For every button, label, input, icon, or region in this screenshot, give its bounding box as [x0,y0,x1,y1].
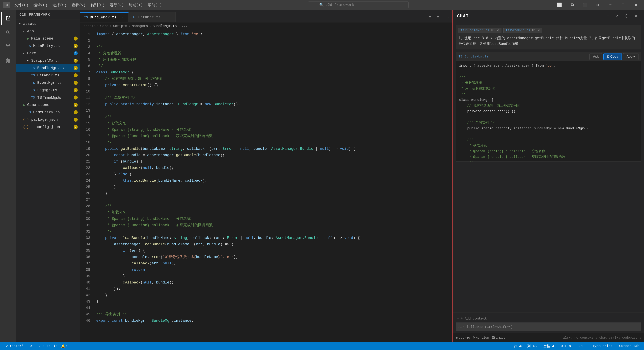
followup-input[interactable]: Ask followup (Ctrl+Shift+Y) [456,323,641,331]
chat-context-text: 1、使用 ccc 3.8.x 内置的 assetManager.getBundl… [458,35,638,46]
nav-back-icon[interactable]: ← [312,3,314,7]
add-context-btn[interactable]: + + Add context [456,315,641,323]
indentation-status[interactable]: 空格 4 [542,342,556,350]
sync-status[interactable]: ⟳ [28,342,34,350]
file-type-label-2: File [532,28,540,32]
cursor-tab-status[interactable]: Cursor Tab [618,342,641,350]
explorer-icon[interactable] [1,12,15,25]
breadcrumb-scripts[interactable]: Scripts [113,24,127,28]
maximize-icon[interactable]: □ [618,2,628,8]
sidebar-item-gameentry[interactable]: TS GameEntry.ts U [16,109,80,116]
image-btn[interactable]: 🖼 Image [492,336,506,340]
chat-header-actions: + ↺ ⬡ ✕ [604,12,640,20]
chat-close-btn[interactable]: ✕ [632,12,640,20]
scene-file-icon: ◈ [23,103,25,107]
chat-file-bundlemgr[interactable]: TS BundleMgr.ts File [458,28,502,33]
warning-count: 0 [49,344,51,348]
extensions-icon[interactable] [1,54,15,67]
encoding-label: UTF-8 [561,344,571,348]
sidebar-item-app[interactable]: ▾ App [16,27,80,35]
menu-file[interactable]: 文件(F) [14,2,28,7]
sidebar-item-timemgr[interactable]: TS TS TimeMgr.ts U [16,94,80,101]
sidebar-item-gamescene[interactable]: ◈ Game.scene U [16,101,80,109]
tab-bundlemgr[interactable]: TS BundleMgr.ts ✕ [80,12,129,22]
chat-new-btn[interactable]: + [604,12,612,20]
menu-help[interactable]: 帮助(H) [148,2,162,7]
panel-icon[interactable]: ⬛ [580,2,590,8]
git-icon[interactable] [1,40,15,53]
chat-context-files: TS BundleMgr.ts File TS DataMgr.ts File [458,28,638,33]
menu-select[interactable]: 选择(S) [52,2,66,7]
sidebar-item-package[interactable]: { } package.json U [16,116,80,123]
mention-btn[interactable]: @ Mention [473,336,489,340]
menu-terminal[interactable]: 终端(T) [129,2,143,7]
ts-file-icon: TS [31,73,35,77]
sidebar-item-eventmgr[interactable]: TS EventMgr.ts U [16,79,80,86]
tab-bundlemgr-close[interactable]: ✕ [120,15,124,20]
chat-popout-btn[interactable]: ⬡ [622,12,630,20]
nav-forward-icon[interactable]: → [316,3,318,7]
sidebar-item-mainscene[interactable]: ◈ Main.scene U [16,35,80,42]
encoding-status[interactable]: UTF-8 [560,342,572,350]
language-status[interactable]: TypeScript [591,342,614,350]
search-box[interactable]: ← → 🔍 c2d_framework [308,1,408,8]
ts-file-icon: TS [31,88,35,92]
menu-view[interactable]: 查看(V) [72,2,86,7]
breadcrumb-sep3: › [128,24,130,28]
tab-datamgr[interactable]: TS DataMgr.ts [129,12,176,22]
sidebar-item-mainentry[interactable]: TS MainEntry.ts U [16,42,80,50]
model-selector[interactable]: ◉ gpt-4o [456,336,470,340]
ts-icon: TS [461,29,464,32]
copy-button[interactable]: ⧉ Copy [604,53,622,60]
minimize-icon[interactable]: − [606,2,615,8]
datamgr-label: DataMgr.ts [37,73,59,78]
at-icon: @ [473,336,474,340]
eol-status[interactable]: CRLF [576,342,587,350]
sidebar-item-datamgr[interactable]: TS DataMgr.ts U [16,72,80,79]
more-actions-btn[interactable]: ··· [442,13,450,21]
window-icon: ⊞ [3,2,10,8]
branch-status[interactable]: ⎇ master* [3,342,25,350]
sidebar-item-logmgr[interactable]: TS LogMgr.ts U [16,86,80,94]
editor-layout-btn[interactable]: ⊞ [434,13,442,21]
menu-edit[interactable]: 编辑(E) [34,2,48,7]
split-icon[interactable]: ⧉ [568,2,577,8]
ts-file-icon: TS [31,66,35,70]
breadcrumb-core[interactable]: Core [100,24,108,28]
code-content[interactable]: import { assetManager, AssetManager } fr… [94,30,452,342]
titlebar: ⊞ 文件(F) 编辑(E) 选择(S) 查看(V) 转到(G) 运行(R) 终端… [0,0,644,10]
sidebar-item-scripts[interactable]: ▾ Scripts\Man... 5 [16,57,80,64]
ask-button[interactable]: Ask [590,53,602,60]
apply-button[interactable]: Apply [623,53,638,60]
chat-history-btn[interactable]: ↺ [613,12,621,20]
breadcrumb-sep5: › [178,24,180,28]
settings-icon[interactable]: ⚙ [593,2,602,8]
folder-open-icon: ▾ [19,22,21,26]
sidebar-item-assets[interactable]: ▾ assets [16,20,80,27]
chat-file-datamgr[interactable]: TS DataMgr.ts File [504,28,542,33]
cursor-position[interactable]: 行 46, 列 45 [512,342,538,350]
suggestion-code-body[interactable]: import { assetManager, AssetManager } fr… [456,61,641,162]
json-file-icon: { } [23,118,29,122]
breadcrumb-assets[interactable]: assets [84,24,96,28]
sidebar-item-core[interactable]: ▾ Core 1 [16,50,80,57]
close-icon[interactable]: ✕ [631,2,641,8]
split-editor-btn[interactable]: ⊟ [426,13,434,21]
breadcrumb-file[interactable]: BundleMgr.ts [152,24,177,28]
tab-ts-icon: TS [84,16,88,19]
menu-goto[interactable]: 转到(G) [90,2,105,7]
scene-file-icon: ◈ [27,36,29,41]
menu-run[interactable]: 运行(R) [110,2,124,7]
tab-ts-icon-2: TS [133,15,136,19]
status-bar: ⎇ master* ⟳ ✕ 0 ⚠ 0 ℹ 0 🔔 0 行 46, 列 45 空… [0,342,644,350]
error-status[interactable]: ✕ 0 ⚠ 0 ℹ 0 🔔 0 [37,342,70,350]
breadcrumb-more[interactable]: ... [182,24,188,28]
layout-icon[interactable]: ⬜ [555,2,564,8]
search-activity-icon[interactable] [1,26,15,39]
branch-label: master* [10,344,24,348]
language-label: TypeScript [592,344,612,348]
main-layout: C2D FRAMEWORK ▾ assets ▾ App ◈ Main.scen… [0,10,644,342]
breadcrumb-managers[interactable]: Managers [132,24,148,28]
sidebar-item-bundlemgr[interactable]: TS BundleMgr.ts U [16,64,80,72]
sidebar-item-tsconfig[interactable]: { } tsconfig.json U [16,123,80,131]
